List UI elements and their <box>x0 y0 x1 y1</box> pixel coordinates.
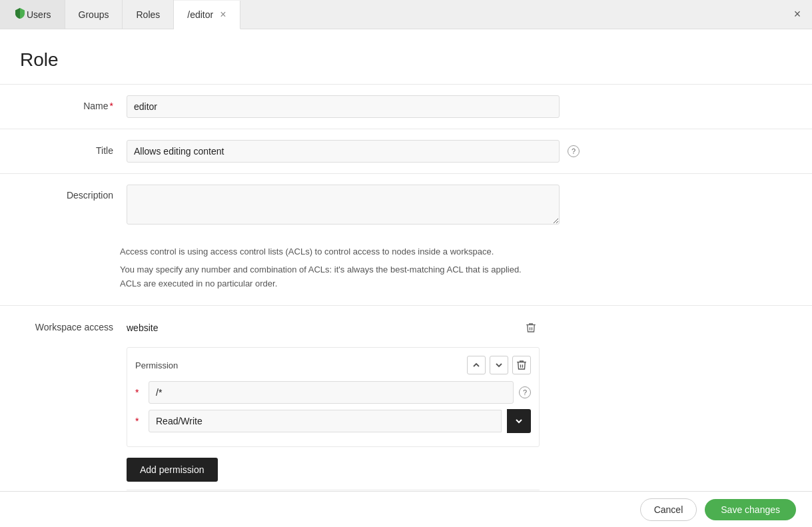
tab-users-label: Users <box>27 9 51 20</box>
perm-access-row: * Read/Write Read Write Deny <box>135 409 531 433</box>
perm-path-help-icon[interactable]: ? <box>519 386 531 398</box>
save-changes-button[interactable]: Save changes <box>705 499 796 520</box>
chevron-up-icon <box>472 361 480 369</box>
title-help-icon[interactable]: ? <box>568 145 580 157</box>
tab-roles[interactable]: Roles <box>123 0 174 29</box>
perm-select-dropdown-button[interactable] <box>507 409 531 433</box>
info-text-block: Access control is using access control l… <box>0 237 812 290</box>
form-section: Name* Title ? Description <box>0 85 812 294</box>
workspace-name-row: website <box>127 319 540 336</box>
page-title-area: Role <box>0 29 812 85</box>
workspace-row: Workspace access website <box>20 319 792 518</box>
permission-header: Permission <box>135 356 531 374</box>
name-label: Name* <box>20 95 127 111</box>
perm-access-select[interactable]: Read/Write Read Write Deny <box>149 410 502 432</box>
tab-roles-label: Roles <box>136 9 160 20</box>
info-text-2-3: You may specify any number and combinati… <box>120 263 792 291</box>
tab-editor-label: /editor <box>187 9 213 20</box>
title-row: Title ? <box>0 129 812 174</box>
description-field-wrap <box>127 185 560 227</box>
permission-block: Permission <box>127 347 540 447</box>
workspace-content: website Permission <box>127 319 540 518</box>
info-text-1: Access control is using access control l… <box>120 245 792 259</box>
tab-editor-close-icon[interactable]: × <box>220 9 226 20</box>
description-row: Description <box>0 174 812 237</box>
chevron-down-icon <box>495 361 503 369</box>
description-label: Description <box>20 185 127 201</box>
name-input[interactable] <box>127 95 560 118</box>
tab-groups[interactable]: Groups <box>65 0 123 29</box>
name-required-star: * <box>110 101 113 111</box>
tab-editor[interactable]: /editor × <box>174 1 240 29</box>
permission-actions <box>467 356 531 374</box>
name-field-wrap <box>127 95 560 118</box>
trash-icon-perm <box>516 359 528 371</box>
permission-up-button[interactable] <box>467 356 486 374</box>
permission-label: Permission <box>135 360 178 370</box>
tab-users[interactable]: Users <box>0 0 65 29</box>
workspace-delete-button[interactable] <box>522 319 540 336</box>
description-input[interactable] <box>127 185 560 225</box>
title-input[interactable] <box>127 140 560 163</box>
title-field-wrap: ? <box>127 140 560 163</box>
perm-path-row: * ? <box>135 381 531 404</box>
chevron-down-select-icon <box>515 417 523 425</box>
workspace-label: Workspace access <box>20 319 127 332</box>
shield-icon <box>13 7 27 22</box>
permission-delete-button[interactable] <box>512 356 531 374</box>
footer: Cancel Save changes <box>0 491 812 527</box>
title-label: Title <box>20 140 127 156</box>
perm-path-required-star: * <box>135 387 143 398</box>
perm-select-wrap: Read/Write Read Write Deny <box>149 409 531 433</box>
name-row: Name* <box>0 85 812 129</box>
workspace-name: website <box>127 322 158 333</box>
add-permission-button[interactable]: Add permission <box>127 458 218 482</box>
tab-groups-label: Groups <box>79 9 109 20</box>
window-close-button[interactable]: × <box>783 0 812 29</box>
cancel-button[interactable]: Cancel <box>640 498 697 521</box>
perm-access-required-star: * <box>135 416 143 426</box>
trash-icon <box>525 322 537 334</box>
perm-path-input[interactable] <box>149 381 514 404</box>
page-title: Role <box>20 49 792 71</box>
permission-down-button[interactable] <box>490 356 508 374</box>
page-content: Role Name* Title ? Description <box>0 29 812 527</box>
tab-bar: Users Groups Roles /editor × × <box>0 0 812 29</box>
